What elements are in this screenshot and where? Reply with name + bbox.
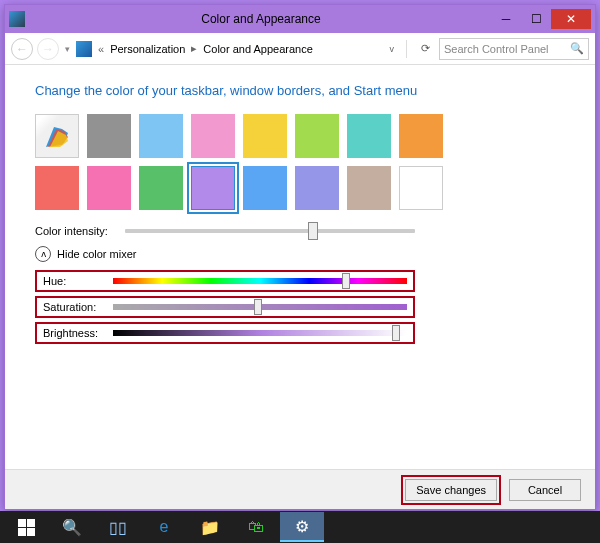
hue-label: Hue: xyxy=(43,275,113,287)
chevron-up-icon: ʌ xyxy=(35,246,51,262)
auto-color-icon xyxy=(44,123,70,149)
history-dropdown[interactable]: ▾ xyxy=(63,44,72,54)
taskbar-store-icon[interactable]: 🛍 xyxy=(234,512,278,542)
color-swatch[interactable] xyxy=(35,166,79,210)
color-swatch[interactable] xyxy=(295,114,339,158)
hue-slider[interactable] xyxy=(113,278,407,284)
brightness-row: Brightness: xyxy=(35,322,415,344)
taskbar[interactable]: 🔍 ▯▯ e 📁 🛍 ⚙ xyxy=(0,511,600,543)
color-swatch[interactable] xyxy=(191,114,235,158)
intensity-thumb[interactable] xyxy=(308,222,318,240)
color-swatch[interactable] xyxy=(347,114,391,158)
start-button[interactable] xyxy=(4,512,48,542)
taskbar-explorer-icon[interactable]: 📁 xyxy=(188,512,232,542)
saturation-thumb[interactable] xyxy=(254,299,262,315)
page-heading: Change the color of your taskbar, window… xyxy=(35,83,565,98)
search-input[interactable]: Search Control Panel 🔍 xyxy=(439,38,589,60)
breadcrumb-separator: « xyxy=(96,43,106,55)
taskbar-ie-icon[interactable]: e xyxy=(142,512,186,542)
control-panel-icon[interactable] xyxy=(76,41,92,57)
titlebar[interactable]: Color and Appearance ─ ☐ ✕ xyxy=(5,5,595,33)
color-swatch-grid xyxy=(35,114,465,210)
forward-button[interactable]: → xyxy=(37,38,59,60)
search-placeholder: Search Control Panel xyxy=(444,43,549,55)
color-swatch[interactable] xyxy=(139,166,183,210)
color-swatch[interactable] xyxy=(87,114,131,158)
breadcrumb-chevron-icon: ▸ xyxy=(189,42,199,55)
saturation-row: Saturation: xyxy=(35,296,415,318)
search-icon: 🔍 xyxy=(570,42,584,55)
saturation-slider[interactable] xyxy=(113,304,407,310)
intensity-label: Color intensity: xyxy=(35,225,125,237)
color-swatch[interactable] xyxy=(35,114,79,158)
window-title: Color and Appearance xyxy=(31,12,491,26)
taskbar-search-icon[interactable]: 🔍 xyxy=(50,512,94,542)
brightness-slider[interactable] xyxy=(113,330,407,336)
color-swatch[interactable] xyxy=(399,114,443,158)
taskbar-taskview-icon[interactable]: ▯▯ xyxy=(96,512,140,542)
minimize-button[interactable]: ─ xyxy=(491,9,521,29)
close-button[interactable]: ✕ xyxy=(551,9,591,29)
breadcrumb-personalization[interactable]: Personalization xyxy=(110,43,185,55)
refresh-button[interactable]: ⟳ xyxy=(415,42,435,55)
breadcrumb-dropdown[interactable]: v xyxy=(386,44,399,54)
color-swatch[interactable] xyxy=(347,166,391,210)
color-appearance-window: Color and Appearance ─ ☐ ✕ ← → ▾ « Perso… xyxy=(4,4,596,510)
save-highlight: Save changes xyxy=(401,475,501,505)
maximize-button[interactable]: ☐ xyxy=(521,9,551,29)
navbar: ← → ▾ « Personalization ▸ Color and Appe… xyxy=(5,33,595,65)
footer: Save changes Cancel xyxy=(5,469,595,509)
app-icon xyxy=(9,11,25,27)
taskbar-control-panel[interactable]: ⚙ xyxy=(280,512,324,542)
mixer-toggle[interactable]: ʌ Hide color mixer xyxy=(35,246,565,262)
color-swatch[interactable] xyxy=(139,114,183,158)
color-swatch[interactable] xyxy=(295,166,339,210)
color-swatch[interactable] xyxy=(243,114,287,158)
color-swatch[interactable] xyxy=(243,166,287,210)
saturation-label: Saturation: xyxy=(43,301,113,313)
save-button[interactable]: Save changes xyxy=(405,479,497,501)
brightness-thumb[interactable] xyxy=(392,325,400,341)
intensity-slider[interactable] xyxy=(125,224,415,238)
color-swatch[interactable] xyxy=(191,166,235,210)
cancel-button[interactable]: Cancel xyxy=(509,479,581,501)
back-button[interactable]: ← xyxy=(11,38,33,60)
brightness-label: Brightness: xyxy=(43,327,113,339)
hue-row: Hue: xyxy=(35,270,415,292)
content-area: Change the color of your taskbar, window… xyxy=(5,65,595,469)
color-swatch[interactable] xyxy=(87,166,131,210)
mixer-toggle-label: Hide color mixer xyxy=(57,248,136,260)
hue-thumb[interactable] xyxy=(342,273,350,289)
breadcrumb-color-appearance[interactable]: Color and Appearance xyxy=(203,43,312,55)
color-swatch[interactable] xyxy=(399,166,443,210)
